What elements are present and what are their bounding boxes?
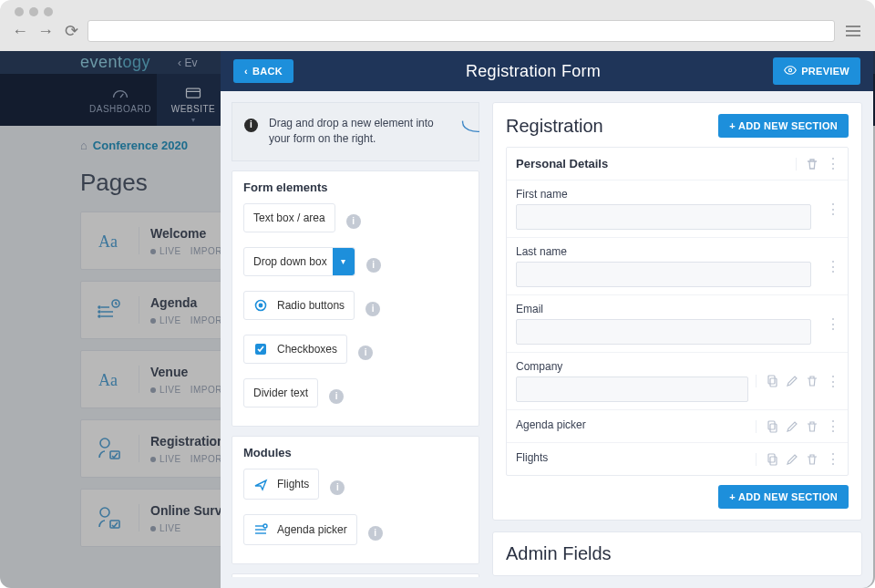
info-icon[interactable]: i [346, 214, 361, 229]
field-label: Agenda picker [516, 418, 748, 431]
info-icon[interactable]: i [358, 346, 373, 360]
info-icon: i [244, 119, 258, 132]
plane-icon [253, 477, 268, 491]
copy-icon[interactable] [766, 420, 778, 433]
preview-button[interactable]: PREVIEW [773, 57, 860, 85]
window-dot [44, 7, 53, 16]
registration-heading: Registration [506, 116, 603, 137]
registration-card: Registration + ADD NEW SECTION Personal … [492, 102, 862, 521]
trash-icon[interactable] [806, 158, 818, 170]
copy-icon[interactable] [766, 375, 778, 387]
svg-point-9 [98, 315, 100, 317]
tab-dashboard[interactable]: DASHBOARD [84, 74, 157, 126]
info-icon[interactable]: i [368, 526, 383, 541]
window-controls [11, 5, 864, 20]
palette-flights[interactable]: Flights [243, 469, 319, 500]
agenda-icon [253, 522, 268, 537]
back-arrow-icon[interactable]: ← [11, 23, 29, 39]
company-input[interactable] [516, 377, 748, 402]
reload-icon[interactable]: ⟳ [62, 23, 80, 39]
checkbox-icon [253, 343, 268, 356]
crumb-back[interactable]: ‹ Ev [178, 57, 197, 69]
info-icon[interactable]: i [366, 258, 381, 273]
drag-handle-icon[interactable]: ⋮ [826, 201, 839, 218]
add-section-button[interactable]: + ADD NEW SECTION [718, 114, 849, 138]
section-title: Personal Details [516, 157, 796, 170]
arrow-swoosh-icon [457, 118, 479, 144]
forward-arrow-icon[interactable]: → [36, 23, 55, 39]
builder-right-column: Registration + ADD NEW SECTION Personal … [492, 102, 862, 577]
drag-handle-icon[interactable]: ⋮ [826, 450, 839, 468]
trash-icon[interactable] [806, 375, 818, 387]
admin-fields-card: Admin Fields [492, 531, 862, 576]
drag-handle-icon[interactable]: ⋮ [826, 315, 839, 333]
form-elements-panel: Form elements Text box / area i Drop dow… [232, 170, 479, 427]
svg-rect-23 [768, 376, 775, 384]
modules-panel: Modules Flights i Agenda [232, 436, 479, 564]
drag-handle-icon[interactable]: ⋮ [826, 155, 839, 172]
palette-divider[interactable]: Divider text [243, 378, 318, 407]
chevron-down-icon: ▾ [191, 116, 196, 124]
palette-textbox[interactable]: Text box / area [243, 203, 335, 232]
text-style-icon: Aa [81, 366, 139, 393]
agenda-icon [81, 296, 139, 324]
modal-header: ‹ BACK Registration Form PREVIEW [221, 51, 873, 91]
meetings-panel: Meetings Meeting timeslots i [232, 573, 479, 577]
last-name-input[interactable] [516, 262, 811, 287]
form-icon [81, 435, 139, 462]
drag-handle-icon[interactable]: ⋮ [826, 258, 839, 275]
hamburger-menu-icon[interactable] [842, 20, 864, 42]
home-icon: ⌂ [80, 139, 88, 152]
radio-icon [253, 299, 268, 312]
svg-rect-24 [770, 378, 777, 387]
edit-icon[interactable] [786, 420, 798, 433]
url-bar[interactable] [88, 20, 835, 42]
window-dot [15, 7, 24, 16]
edit-icon[interactable] [786, 453, 798, 466]
edit-icon[interactable] [786, 375, 798, 387]
svg-text:Aa: Aa [98, 371, 118, 389]
svg-point-8 [98, 311, 100, 313]
chevron-down-icon[interactable]: ▾ [333, 248, 355, 275]
brand-logo: eventogy [80, 53, 150, 72]
palette-agenda-picker[interactable]: Agenda picker [243, 514, 357, 545]
first-name-input[interactable] [516, 204, 811, 230]
svg-rect-27 [768, 454, 775, 462]
field-label: Flights [516, 451, 748, 464]
drag-handle-icon[interactable]: ⋮ [826, 418, 839, 435]
svg-text:Aa: Aa [98, 232, 118, 251]
field-label: Company [516, 360, 748, 373]
field-label: First name [516, 188, 811, 201]
palette-checkbox[interactable]: Checkboxes [243, 335, 347, 364]
gauge-icon [111, 86, 129, 100]
field-label: Email [516, 303, 811, 315]
trash-icon[interactable] [806, 420, 818, 433]
svg-point-13 [100, 508, 109, 517]
tab-website[interactable]: WEBSITE ▾ [157, 74, 230, 126]
back-button[interactable]: ‹ BACK [233, 59, 293, 83]
info-icon[interactable]: i [365, 302, 380, 316]
email-input[interactable] [516, 319, 811, 345]
text-style-icon: Aa [81, 227, 139, 254]
modal-title: Registration Form [466, 62, 601, 81]
svg-rect-26 [770, 424, 777, 432]
form-elements-heading: Form elements [243, 181, 468, 194]
field-label: Last name [516, 245, 811, 258]
trash-icon[interactable] [806, 453, 818, 466]
eye-icon [784, 64, 797, 78]
copy-icon[interactable] [766, 453, 778, 466]
section-personal-details: Personal Details ⋮ First name [506, 147, 849, 476]
form-icon [81, 504, 139, 531]
add-section-button[interactable]: + ADD NEW SECTION [718, 485, 849, 509]
admin-fields-heading: Admin Fields [506, 543, 849, 564]
info-icon[interactable]: i [329, 389, 344, 404]
svg-rect-0 [187, 88, 201, 98]
svg-point-11 [100, 438, 109, 448]
browser-chrome: ← → ⟳ [0, 0, 875, 51]
drag-handle-icon[interactable]: ⋮ [826, 373, 839, 390]
svg-point-22 [263, 524, 267, 528]
palette-dropdown[interactable]: Drop down box ▾ [243, 247, 355, 276]
hint-box: i Drag and drop a new element into your … [232, 102, 479, 161]
palette-radio[interactable]: Radio buttons [243, 291, 355, 320]
info-icon[interactable]: i [330, 480, 345, 495]
